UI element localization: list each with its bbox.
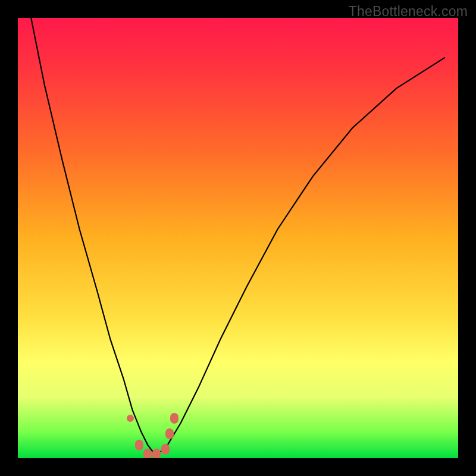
curve-marker: [152, 449, 161, 458]
curve-marker: [127, 415, 134, 422]
outer-frame: TheBottleneck.com: [0, 0, 476, 476]
chart-plot-area: [18, 18, 458, 458]
watermark-text: TheBottleneck.com: [349, 4, 468, 20]
curve-marker: [135, 440, 143, 450]
curve-marker: [165, 428, 174, 439]
curve-marker: [170, 413, 178, 424]
curve-marker: [143, 449, 152, 458]
curve-marker: [161, 444, 170, 455]
bottleneck-curve: [18, 18, 458, 458]
